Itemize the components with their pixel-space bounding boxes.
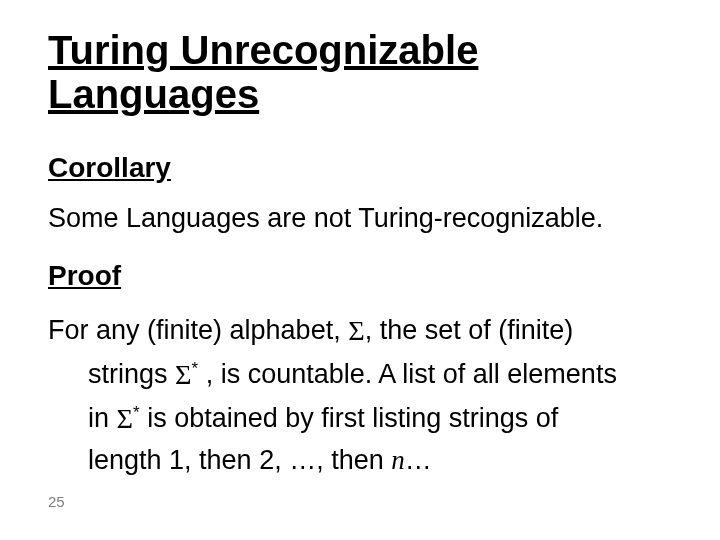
proof-indent-block: strings Σ* , is countable. A list of all…	[88, 352, 672, 482]
slide: Turing Unrecognizable Languages Corollar…	[0, 0, 720, 540]
proof-line-1b: , the set of (finite)	[365, 315, 574, 345]
proof-line-4a: length 1, then 2, …, then	[88, 445, 391, 475]
proof-line-2a: strings	[88, 359, 175, 389]
page-number: 25	[48, 493, 65, 510]
corollary-heading: Corollary	[48, 152, 672, 184]
proof-heading: Proof	[48, 260, 672, 292]
proof-body: For any (finite) alphabet, Σ, the set of…	[48, 308, 672, 482]
sigma-star-symbol-2: Σ*	[117, 403, 140, 434]
slide-title: Turing Unrecognizable Languages	[48, 28, 672, 116]
corollary-text: Some Languages are not Turing-recognizab…	[48, 200, 672, 236]
sigma-star-symbol: Σ*	[175, 359, 198, 390]
proof-line-2b: , is countable. A list of all elements	[198, 359, 617, 389]
proof-line-1a: For any (finite) alphabet,	[48, 315, 348, 345]
proof-line-4b: …	[405, 445, 432, 475]
variable-n: n	[391, 445, 405, 475]
sigma-symbol: Σ	[348, 315, 365, 346]
proof-line-3a: in	[88, 403, 117, 433]
proof-line-3b: is obtained by first listing strings of	[140, 403, 559, 433]
